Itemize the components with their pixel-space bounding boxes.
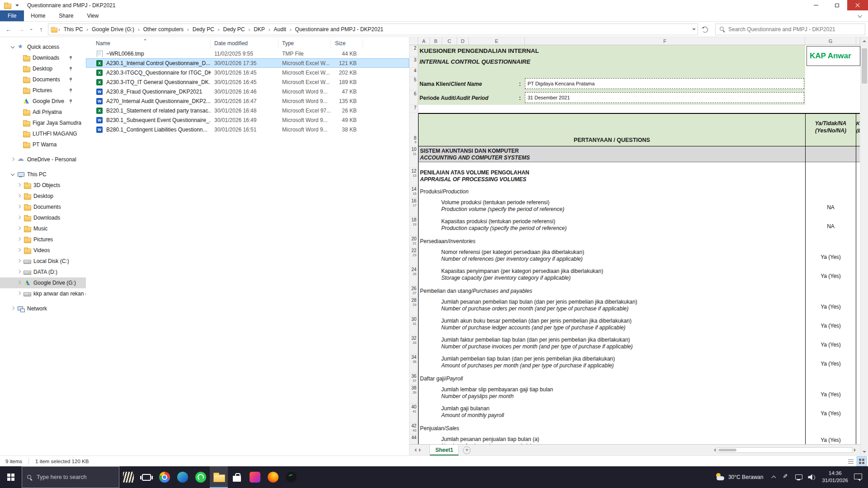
ribbon-tab-view[interactable]: View (80, 10, 105, 21)
breadcrumb-this-pc[interactable]: This PC (61, 26, 86, 33)
sidebar-item-desktop[interactable]: Desktop (0, 191, 86, 202)
sidebar-item-quick-access[interactable]: Quick access (0, 42, 86, 52)
column-header-size[interactable]: Size (330, 39, 363, 48)
expand-chevron-icon[interactable] (17, 216, 21, 220)
ribbon-tab-home[interactable]: Home (24, 10, 52, 21)
expand-chevron-icon[interactable] (11, 307, 14, 310)
sidebar-item-network[interactable]: Network (0, 303, 86, 314)
expand-chevron-icon[interactable] (11, 158, 14, 161)
quick-access-toolbar-chevron-icon[interactable] (15, 5, 19, 8)
breadcrumb-questionnaire-and-pmpj-dkp2021[interactable]: Questionnaire and PMPJ - DKP2021 (292, 26, 387, 33)
edge-taskbar-button[interactable] (174, 466, 192, 488)
sidebar-item-downloads[interactable]: Downloads (0, 212, 86, 223)
breadcrumb-google-drive-g[interactable]: Google Drive (G:) (89, 26, 137, 33)
whatsapp-taskbar-button[interactable] (192, 466, 210, 488)
sidebar-item-data-d[interactable]: DATA (D:) (0, 267, 86, 277)
horizontal-scroll-track[interactable] (717, 447, 853, 453)
expand-chevron-icon[interactable] (17, 281, 21, 285)
address-box[interactable]: ›This PC›Google Drive (G:)›Other compute… (48, 23, 698, 35)
sidebar-item-3d-objects[interactable]: 3D Objects (0, 180, 86, 191)
scroll-right-icon[interactable] (854, 448, 858, 452)
minimize-button[interactable] (806, 0, 826, 10)
sheet-tab-sheet1[interactable]: Sheet1 (429, 445, 459, 455)
hidden-icons-chevron-icon[interactable] (770, 473, 778, 481)
photos-taskbar-button[interactable] (246, 466, 264, 488)
task-view-taskbar-button[interactable] (137, 466, 156, 488)
expand-chevron-icon[interactable] (17, 227, 21, 230)
forward-button[interactable] (15, 23, 27, 35)
sheet-nav-right-icon[interactable] (419, 448, 423, 452)
breadcrumb-audit[interactable]: Audit (271, 26, 289, 33)
sidebar-item-google-drive-g[interactable]: Google Drive (G:) (0, 96, 86, 107)
sidebar-item-onedrive-personal[interactable]: OneDrive - Personal (0, 154, 86, 165)
horizontal-scrollbar[interactable] (709, 447, 860, 453)
vertical-scroll-track[interactable] (861, 45, 868, 448)
file-row-a230-1-internal-control-questionnaire-d[interactable]: A230.1_Internal Control Questionnaire_D.… (86, 58, 409, 68)
ribbon-expand-icon[interactable] (858, 13, 862, 18)
taskbar-search-box[interactable] (22, 466, 119, 488)
scroll-down-icon[interactable] (861, 448, 868, 455)
sidebar-item-music[interactable]: Music (0, 223, 86, 234)
column-header-name[interactable]: Name (86, 39, 211, 48)
sidebar-item-kkp-anwar-dan-rekan-1[interactable]: kkp anwar dan rekan (\\1 (0, 288, 86, 299)
sidebar-item-pictures[interactable]: Pictures (0, 85, 86, 96)
zebra-photo-taskbar-button[interactable] (119, 466, 137, 488)
breadcrumb-other-computers[interactable]: Other computers (140, 26, 187, 33)
preview-pane[interactable]: ABCDEFG 2KUESIONER PENGENDALIAN INTERNAL… (410, 37, 860, 455)
sidebar-item-desktop[interactable]: Desktop (0, 63, 86, 74)
expand-chevron-icon[interactable] (17, 270, 21, 274)
close-button[interactable] (847, 0, 868, 10)
sidebar-item-documents[interactable]: Documents (0, 74, 86, 85)
expand-chevron-icon[interactable] (17, 183, 21, 187)
back-button[interactable] (3, 23, 14, 35)
file-row-b280-1-contingent-liabilities-questionn[interactable]: B280.1_Contingent Liabilities Questionn.… (86, 125, 409, 134)
chrome-taskbar-button[interactable] (156, 466, 174, 488)
file-row-a230-3-itgcq-questionnaire-for-itgc-dk[interactable]: A230.3-ITGCQ_Questionnaire for ITGC_DK..… (86, 68, 409, 77)
start-button[interactable] (0, 466, 22, 488)
sidebar-item-documents[interactable]: Documents (0, 202, 86, 212)
action-center-icon[interactable] (852, 471, 864, 483)
breadcrumb-dedy-pc[interactable]: Dedy PC (220, 26, 248, 33)
vertical-scroll-thumb[interactable] (862, 48, 867, 84)
refresh-button[interactable] (699, 23, 711, 35)
sidebar-item-adi-priyatna[interactable]: Adi Priyatna (0, 107, 86, 117)
expand-chevron-icon[interactable] (17, 205, 21, 209)
expand-chevron-icon[interactable] (17, 194, 21, 198)
firefox-taskbar-button[interactable] (264, 466, 282, 488)
expand-chevron-icon[interactable] (17, 292, 21, 296)
details-view-button[interactable] (846, 456, 856, 466)
volume-icon[interactable] (807, 472, 816, 482)
sidebar-item-figar-jaya-samudra[interactable]: Figar Jaya Samudra (0, 117, 86, 128)
expand-chevron-icon[interactable] (17, 249, 21, 252)
music-app-taskbar-button[interactable] (282, 466, 300, 488)
recent-locations-chevron-icon[interactable] (28, 23, 34, 35)
breadcrumb-dedy-pc[interactable]: Dedy PC (189, 26, 217, 33)
file-explorer-taskbar-button[interactable] (210, 466, 228, 488)
sidebar-item-pt-warna[interactable]: PT Warna (0, 139, 86, 150)
breadcrumb-dkp[interactable]: DKP (250, 26, 268, 33)
up-button[interactable] (35, 23, 47, 35)
sidebar-item-videos[interactable]: Videos (0, 245, 86, 256)
sidebar-item-luthfi-magang[interactable]: LUTHFI MAGANG (0, 128, 86, 139)
explorer-search-input[interactable] (728, 26, 861, 33)
store-taskbar-button[interactable] (228, 466, 246, 488)
expand-chevron-icon[interactable] (17, 259, 21, 263)
collapse-chevron-icon[interactable] (11, 173, 14, 176)
sidebar-item-google-drive-g[interactable]: Google Drive (G:) (0, 277, 86, 288)
ribbon-tab-share[interactable]: Share (52, 10, 80, 21)
sidebar-item-local-disk-c[interactable]: Local Disk (C:) (0, 256, 86, 267)
scroll-left-icon[interactable] (712, 448, 716, 452)
file-row-wrl0066-tmp[interactable]: ~WRL0066.tmp11/02/2025 9:55TMP File44 KB (86, 49, 409, 58)
display-network-icon[interactable] (794, 472, 804, 482)
pen-icon[interactable] (781, 472, 791, 482)
file-row-a270-internal-audit-questionnaire-dkp2[interactable]: A270_Internal Audit Questionnaire_DKP2..… (86, 96, 409, 106)
file-row-a230-3-itq-it-general-questionnaire-dk[interactable]: A230.3-ITQ_IT General Questionnaire_DK..… (86, 77, 409, 87)
add-sheet-button[interactable] (463, 446, 471, 454)
sidebar-item-downloads[interactable]: Downloads (0, 52, 86, 63)
expand-chevron-icon[interactable] (17, 238, 21, 241)
scroll-up-icon[interactable] (861, 37, 868, 45)
column-header-type[interactable]: Type (278, 39, 330, 48)
address-dropdown-icon[interactable] (692, 28, 696, 32)
taskbar-clock[interactable]: 14:36 31/01/2026 (818, 470, 852, 484)
file-row-b220-1-statement-of-related-party-transac[interactable]: B220.1_Statement of related party transa… (86, 106, 409, 115)
